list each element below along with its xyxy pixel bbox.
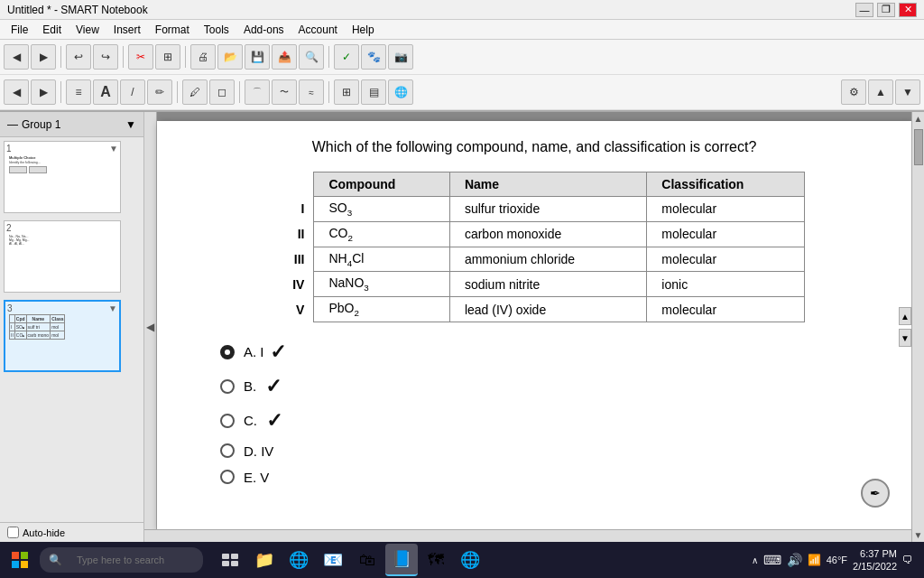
store-button[interactable]: 🛍 (351, 544, 383, 576)
scroll-up-arrow[interactable]: ▲ (912, 112, 924, 126)
back-button[interactable]: ◀ (4, 44, 29, 70)
maps-icon: 🗺 (428, 551, 444, 570)
svg-rect-6 (222, 561, 229, 566)
roman-II: II (263, 221, 314, 247)
slide-thumb-3-inner: 3 CpdNameClass ISO₃sulf trimol IICO₂carb… (4, 300, 121, 372)
autohide-checkbox[interactable] (7, 527, 19, 538)
ink-icon[interactable]: ✒ (861, 479, 890, 508)
taskview-button[interactable] (214, 544, 246, 576)
cut-button[interactable]: ✂ (128, 44, 153, 70)
slide-thumb-3[interactable]: 3 CpdNameClass ISO₃sulf trimol IICO₂carb… (0, 296, 143, 376)
camera-button[interactable]: 📷 (388, 44, 413, 70)
slides-list[interactable]: 1 Multiple Choice Identify the following… (0, 137, 143, 522)
scroll-thumb-v[interactable] (914, 129, 923, 165)
undo-button[interactable]: ↩ (66, 44, 91, 70)
page-down-button[interactable]: ▼ (899, 329, 911, 347)
maximize-button[interactable]: ❐ (877, 3, 895, 17)
maps-button[interactable]: 🗺 (420, 544, 452, 576)
pen-tool[interactable]: / (120, 79, 145, 105)
check-button[interactable]: ✓ (334, 44, 359, 70)
slide-3-arrow[interactable]: ▼ (108, 303, 117, 313)
start-button[interactable] (4, 544, 36, 576)
canvas-scrollbar-h[interactable] (144, 529, 911, 542)
dual-view-button[interactable]: ▤ (361, 79, 386, 105)
prev-slide-button[interactable]: ◀ (4, 79, 29, 105)
line-style-1[interactable]: ⌒ (245, 79, 270, 105)
answer-A[interactable]: A. I ✓ (220, 340, 884, 364)
keyboard-icon[interactable]: ⌨ (763, 553, 781, 567)
prev-page-arrow[interactable]: ◀ (146, 321, 154, 333)
menu-help[interactable]: Help (345, 22, 382, 38)
table-button[interactable]: ⊞ (155, 44, 180, 70)
menu-account[interactable]: Account (291, 22, 345, 38)
close-button[interactable]: ✕ (899, 3, 917, 17)
font-A-button[interactable]: A (93, 79, 118, 105)
menu-file[interactable]: File (4, 22, 35, 38)
globe-button[interactable]: 🌐 (388, 79, 413, 105)
menu-insert[interactable]: Insert (106, 22, 148, 38)
answer-A-label: A. I (244, 344, 264, 359)
grid-button[interactable]: ⊞ (334, 79, 359, 105)
speaker-icon[interactable]: 🔊 (787, 553, 802, 567)
print-button[interactable]: 🖨 (190, 44, 216, 70)
radio-A[interactable] (220, 345, 235, 359)
collapse-icon[interactable]: — (7, 118, 18, 131)
menu-tools[interactable]: Tools (197, 22, 236, 38)
settings-button[interactable]: ⚙ (841, 79, 866, 105)
line-style-2[interactable]: 〜 (272, 79, 297, 105)
minimize-button[interactable]: — (855, 3, 873, 17)
menu-edit[interactable]: Edit (35, 22, 69, 38)
slide-canvas: Which of the following compound, name, a… (157, 121, 911, 529)
answer-D[interactable]: D. IV (220, 443, 884, 459)
line-style-3[interactable]: ≈ (299, 79, 324, 105)
up-arrow-icon[interactable]: ∧ (752, 555, 758, 565)
browser2-button[interactable]: 🌐 (454, 544, 486, 576)
search-input[interactable] (68, 547, 194, 573)
mail-button[interactable]: 📧 (317, 544, 349, 576)
slide-thumb-1[interactable]: 1 Multiple Choice Identify the following… (0, 137, 143, 217)
network-icon[interactable]: 📶 (808, 554, 821, 566)
scroll-up-button[interactable]: ▲ (868, 79, 893, 105)
bars-icon[interactable]: ≡ (66, 79, 91, 105)
radio-C[interactable] (220, 414, 235, 428)
save-button[interactable]: 💾 (245, 44, 270, 70)
slide-thumb-2-inner: 2 Na - Na, Na... Mg - Mg, Mg... Al - Al,… (4, 220, 121, 293)
file-explorer-button[interactable]: 📁 (248, 544, 281, 576)
scroll-down-button[interactable]: ▼ (895, 79, 920, 105)
answer-E[interactable]: E. V (220, 470, 884, 485)
highlighter-tool[interactable]: ✏ (147, 79, 172, 105)
page-up-button[interactable]: ▲ (899, 307, 911, 325)
menu-format[interactable]: Format (148, 22, 197, 38)
sidebar-footer: Auto-hide (0, 522, 143, 542)
present-button[interactable]: 🔍 (299, 44, 324, 70)
menu-view[interactable]: View (69, 22, 106, 38)
menu-addons[interactable]: Add-ons (236, 22, 291, 38)
canvas-area: ◀ Which of the following compound, name,… (144, 112, 924, 542)
notification-icon[interactable]: 🗨 (902, 554, 913, 566)
open-button[interactable]: 📂 (217, 44, 243, 70)
canvas-scrollbar-v[interactable]: ▲ ▼ (911, 112, 924, 542)
answer-C[interactable]: C. ✓ (220, 409, 884, 433)
slide-1-arrow[interactable]: ▼ (109, 144, 118, 154)
share-button[interactable]: 📤 (272, 44, 297, 70)
slide-thumb-2[interactable]: 2 Na - Na, Na... Mg - Mg, Mg... Al - Al,… (0, 217, 143, 296)
eraser-tool[interactable]: ◻ (209, 79, 235, 105)
radio-B[interactable] (220, 379, 235, 394)
search-bar[interactable]: 🔍 (40, 547, 203, 573)
compound-I: SO3 (314, 197, 449, 222)
edge-browser-button[interactable]: 🌐 (282, 544, 315, 576)
taskbar-clock[interactable]: 6:37 PM 2/15/2022 (853, 547, 897, 573)
scroll-down-arrow[interactable]: ▼ (912, 528, 924, 542)
group-dropdown-icon[interactable]: ▼ (125, 118, 136, 131)
answer-B[interactable]: B. ✓ (220, 375, 884, 398)
magic-button[interactable]: 🐾 (361, 44, 386, 70)
nav-toolbar: ◀ ▶ (4, 44, 56, 70)
next-slide-button[interactable]: ▶ (31, 79, 56, 105)
pencil-tool[interactable]: 🖊 (182, 79, 208, 105)
redo-button[interactable]: ↪ (93, 44, 118, 70)
forward-button[interactable]: ▶ (31, 44, 56, 70)
radio-E[interactable] (220, 470, 235, 484)
smartnotebook-button[interactable]: 📘 (385, 544, 418, 576)
radio-D[interactable] (220, 443, 235, 458)
toolbar-area: ◀ ▶ ↩ ↪ ✂ ⊞ 🖨 📂 💾 📤 🔍 ✓ 🐾 📷 ◀ ▶ ≡ A / ✏ (0, 40, 924, 112)
